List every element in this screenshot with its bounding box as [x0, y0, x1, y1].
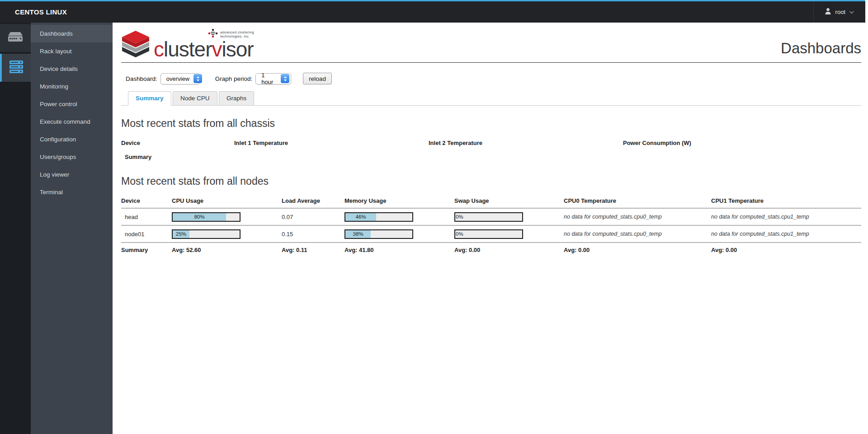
cpu0-temp-value: no data for computed_stats.cpu0_temp [564, 225, 711, 242]
user-icon [825, 8, 831, 17]
memory-usage-bar: 38% [344, 229, 413, 239]
column-header-memory-usage: Memory Usage [344, 194, 454, 208]
memory-usage-bar: 46% [344, 212, 413, 222]
cpu-usage-bar: 80% [172, 212, 241, 222]
tagline-line1: advanced clustering [220, 30, 254, 34]
dashboard-select-label: Dashboard: [126, 75, 157, 82]
chassis-summary-inlet2 [429, 150, 623, 163]
column-header-inlet1: Inlet 1 Temperature [234, 136, 429, 150]
sidebar-item-dashboards[interactable]: Dashboards [31, 25, 113, 42]
chevron-down-icon [849, 9, 854, 14]
chassis-table: Device Inlet 1 Temperature Inlet 2 Tempe… [121, 136, 861, 163]
sidebar-item-terminal[interactable]: Terminal [31, 183, 113, 201]
rail-item-chassis[interactable] [0, 24, 31, 52]
chassis-section-heading: Most recent stats from all chassis [121, 117, 861, 130]
node-device-name: head [121, 208, 172, 225]
summary-cpu1-avg: Avg: 0.00 [711, 242, 861, 257]
nodes-section-heading: Most recent stats from all nodes [121, 175, 861, 187]
select-stepper-icon [281, 74, 289, 83]
topbar-wrap: CENTOS LINUX root [0, 0, 868, 23]
load-average-value: 0.07 [282, 208, 344, 225]
swap-usage-bar: 0% [454, 212, 523, 222]
cpu1-temp-value: no data for computed_stats.cpu1_temp [711, 208, 861, 225]
sidebar-item-execute-command[interactable]: Execute command [31, 113, 113, 131]
column-header-device: Device [121, 194, 172, 208]
topbar: CENTOS LINUX root [0, 0, 865, 23]
brand-title: CENTOS LINUX [0, 8, 67, 16]
graph-period-select[interactable]: 1 hour [255, 73, 291, 84]
column-header-cpu0-temperature: CPU0 Temperature [564, 194, 711, 208]
sidebar-menu: Dashboards Rack layout Device details Mo… [31, 23, 113, 434]
username-label: root [835, 9, 845, 15]
summary-memory-avg: Avg: 41.80 [344, 242, 454, 257]
icon-rail [0, 23, 31, 434]
rail-item-racks[interactable] [0, 54, 31, 82]
rack-icon [9, 61, 24, 75]
select-stepper-icon [193, 74, 202, 83]
sidebar-item-log-viewer[interactable]: Log viewer [31, 166, 113, 183]
summary-swap-avg: Avg: 0.00 [454, 242, 564, 257]
sidebar-item-configuration[interactable]: Configuration [31, 131, 113, 148]
graph-period-select-value: 1 hour [261, 72, 277, 85]
dashboard-select-value: overview [166, 75, 189, 82]
column-header-cpu-usage: CPU Usage [172, 194, 282, 208]
cpu0-temp-value: no data for computed_stats.cpu0_temp [564, 208, 711, 225]
chassis-summary-device: Summary [121, 150, 234, 163]
tab-node-cpu[interactable]: Node CPU [173, 91, 217, 105]
tab-strip: Summary Node CPU Graphs [121, 91, 861, 106]
page-header: advanced clustering technologies, inc. c… [121, 23, 861, 63]
sidebar-item-device-details[interactable]: Device details [31, 60, 113, 78]
sidebar-item-users-groups[interactable]: Users/groups [31, 148, 113, 166]
user-menu[interactable]: root [813, 1, 865, 23]
column-header-cpu1-temperature: CPU1 Temperature [711, 194, 861, 208]
sidebar-item-monitoring[interactable]: Monitoring [31, 78, 113, 95]
swap-usage-bar: 0% [454, 229, 523, 239]
chassis-icon [7, 32, 24, 44]
node-device-name: node01 [121, 225, 172, 242]
dashboard-controls: Dashboard: overview Graph period: 1 hour… [126, 73, 861, 84]
summary-device-label: Summary [121, 242, 172, 257]
cpu1-temp-value: no data for computed_stats.cpu1_temp [711, 225, 861, 242]
column-header-power: Power Consumption (W) [623, 136, 861, 150]
load-average-value: 0.15 [282, 225, 344, 242]
nodes-table: Device CPU Usage Load Average Memory Usa… [121, 194, 861, 257]
summary-load-avg: Avg: 0.11 [282, 242, 344, 257]
chassis-summary-power [623, 150, 861, 163]
logo-wordmark: clustervisor [154, 39, 254, 60]
summary-cpu0-avg: Avg: 0.00 [564, 242, 711, 257]
tab-graphs[interactable]: Graphs [219, 91, 254, 105]
reload-button[interactable]: reload [303, 73, 332, 84]
cpu-usage-bar: 25% [172, 229, 241, 239]
chassis-summary-inlet1 [234, 150, 429, 163]
sidebar-item-rack-layout[interactable]: Rack layout [31, 42, 113, 60]
column-header-swap-usage: Swap Usage [454, 194, 564, 208]
graph-period-select-label: Graph period: [215, 75, 253, 82]
logo-cube-icon [121, 30, 150, 60]
dashboard-select[interactable]: overview [160, 73, 200, 84]
sidebar-item-power-control[interactable]: Power control [31, 95, 113, 113]
column-header-device: Device [121, 136, 234, 150]
column-header-inlet2: Inlet 2 Temperature [429, 136, 623, 150]
main-content: advanced clustering technologies, inc. c… [113, 23, 868, 434]
clustervisor-logo: advanced clustering technologies, inc. c… [121, 29, 254, 60]
page-title: Dashboards [781, 40, 861, 60]
summary-cpu-avg: Avg: 52.60 [172, 242, 282, 257]
column-header-load-average: Load Average [282, 194, 344, 208]
tab-summary[interactable]: Summary [128, 91, 171, 106]
